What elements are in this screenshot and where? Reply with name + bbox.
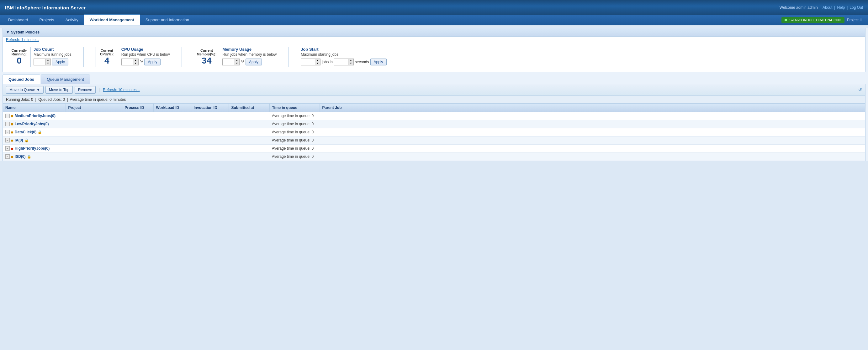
lock-icon: 🔒 — [27, 155, 31, 159]
tab-dashboard[interactable]: Dashboard — [2, 15, 34, 25]
memory-down[interactable]: ▼ — [234, 62, 239, 65]
tab-support[interactable]: Support and Information — [140, 15, 195, 25]
collapse-icon[interactable]: ▼ — [6, 30, 10, 34]
currently-running-box: CurrentlyRunning: 0 — [8, 47, 30, 67]
job-count-arrows: ▲ ▼ — [45, 59, 51, 65]
job-count-up[interactable]: ▲ — [45, 59, 51, 62]
job-start-jobs-spinner: 100 ▲ ▼ — [301, 59, 320, 65]
tabs-area: Queued Jobs Queue Management Move to Que… — [2, 74, 866, 161]
move-to-queue-button[interactable]: Move to Queue ▼ — [6, 86, 43, 94]
job-count-spinner: 50 ▲ ▼ — [34, 59, 51, 65]
row-project — [66, 136, 122, 144]
cpu-apply[interactable]: Apply — [144, 59, 160, 65]
row-type-icon: ■ — [11, 130, 13, 135]
job-start-controls: 100 ▲ ▼ jobs in 10 ▲ ▼ seco — [301, 59, 386, 65]
row-type-icon: ■ — [11, 122, 13, 127]
row-toggle[interactable]: − — [5, 122, 10, 126]
content-area: ▼ System Policies Refresh: 1 minute... C… — [0, 28, 868, 161]
job-count-input[interactable]: 50 — [34, 59, 45, 65]
currently-running-block: CurrentlyRunning: 0 Job Count Maximum ru… — [8, 47, 71, 67]
table-row: − ■ MediumPriorityJobs(0) Average time i… — [3, 112, 865, 120]
memory-apply[interactable]: Apply — [246, 59, 262, 65]
tab-queued-jobs[interactable]: Queued Jobs — [2, 74, 40, 84]
memory-usage-input[interactable]: 95 — [223, 59, 234, 65]
tab-queue-management[interactable]: Queue Management — [41, 74, 90, 84]
row-submitted — [228, 144, 269, 152]
toolbar-refresh-link[interactable]: Refresh: 10 minutes... — [103, 88, 140, 92]
row-extra — [370, 144, 865, 152]
row-toggle[interactable]: − — [5, 146, 10, 150]
row-parent — [319, 128, 370, 136]
current-memory-box: CurrentMemory(%): 34 — [194, 47, 219, 67]
currently-running-value: 0 — [11, 56, 28, 66]
job-name: HighPriorityJobs(0) — [15, 146, 50, 150]
logout-link[interactable]: Log Out — [849, 5, 863, 10]
job-start-seconds-arrows: ▲ ▼ — [348, 59, 353, 65]
row-wlid — [153, 128, 191, 136]
cpu-usage-description: CPU Usage Run jobs when CPU is below 80 … — [121, 47, 170, 65]
row-type-icon: ■ — [11, 138, 13, 143]
toolbar-refresh-icon[interactable]: ↺ — [858, 88, 862, 92]
memory-usage-block: CurrentMemory(%): 34 Memory Usage Run jo… — [194, 47, 277, 67]
current-cpu-value: 4 — [98, 56, 115, 66]
navbar-right: IS-EN-CONDUCTOR-0.EN-COND Project H... — [781, 15, 866, 25]
cpu-usage-spinner: 80 ▲ ▼ — [121, 59, 138, 65]
row-toggle[interactable]: − — [5, 138, 10, 142]
job-start-seconds-input[interactable]: 10 — [334, 59, 348, 65]
system-policies-panel: ▼ System Policies Refresh: 1 minute... C… — [2, 28, 866, 72]
about-link[interactable]: About — [823, 5, 832, 10]
memory-usage-spinner: 95 ▲ ▼ — [222, 59, 240, 65]
lock-icon: 🔒 — [38, 130, 42, 134]
row-extra — [370, 128, 865, 136]
job-start-block: Job Start Maximum starting jobs 100 ▲ ▼ … — [301, 47, 386, 65]
row-pid — [122, 120, 153, 128]
col-header-pid: Process ID — [122, 104, 153, 112]
job-count-down[interactable]: ▼ — [45, 62, 51, 65]
row-name-cell: − ■ HighPriorityJobs(0) — [3, 144, 66, 152]
cpu-up[interactable]: ▲ — [133, 59, 138, 62]
row-timeinq: Average time in queue: 0 — [269, 136, 319, 144]
job-start-jobs-up[interactable]: ▲ — [315, 59, 320, 62]
job-start-desc: Maximum starting jobs — [301, 52, 357, 57]
row-toggle[interactable]: − — [5, 154, 10, 159]
tab-projects[interactable]: Projects — [34, 15, 60, 25]
col-header-timeinq: Time in queue — [269, 104, 319, 112]
cpu-usage-controls: 80 ▲ ▼ % Apply — [121, 59, 170, 65]
col-header-invid: Invocation ID — [191, 104, 228, 112]
row-project — [66, 112, 122, 120]
table-row: − ■ HighPriorityJobs(0) Average time in … — [3, 144, 865, 152]
memory-up[interactable]: ▲ — [234, 59, 239, 62]
col-header-parent: Parent Job — [319, 104, 370, 112]
job-start-jobs-down[interactable]: ▼ — [315, 62, 320, 65]
tab-activity[interactable]: Activity — [60, 15, 84, 25]
current-memory-label: CurrentMemory(%): — [197, 48, 216, 56]
row-pid — [122, 144, 153, 152]
job-start-jobs-input[interactable]: 100 — [301, 59, 315, 65]
navbar: Dashboard Projects Activity Workload Man… — [0, 15, 868, 25]
cpu-usage-input[interactable]: 80 — [122, 59, 133, 65]
row-pid — [122, 112, 153, 120]
row-pid — [122, 152, 153, 161]
help-link[interactable]: Help — [837, 5, 845, 10]
remove-button[interactable]: Remove — [74, 86, 96, 94]
jobs-in-label: jobs in — [322, 60, 333, 64]
row-type-icon: ■ — [11, 146, 13, 151]
row-invid — [191, 136, 228, 144]
row-project — [66, 128, 122, 136]
row-toggle[interactable]: − — [5, 130, 10, 134]
tab-workload-management[interactable]: Workload Management — [84, 14, 140, 25]
refresh-link[interactable]: Refresh: 1 minute... — [3, 36, 42, 43]
row-toggle[interactable]: − — [5, 114, 10, 118]
job-start-jobs-arrows: ▲ ▼ — [315, 59, 320, 65]
current-cpu-label: CurrentCPU(%): — [98, 48, 115, 56]
job-start-apply[interactable]: Apply — [370, 59, 386, 65]
table-row: − ■ ISD(0) 🔒 Average time in queue: 0 — [3, 152, 865, 161]
cpu-down[interactable]: ▼ — [133, 62, 138, 65]
row-extra — [370, 136, 865, 144]
job-start-seconds-down[interactable]: ▼ — [348, 62, 353, 65]
memory-usage-desc: Run jobs when memory is below — [222, 52, 277, 57]
move-to-top-button[interactable]: Move to Top — [45, 86, 73, 94]
job-start-seconds-up[interactable]: ▲ — [348, 59, 353, 62]
job-count-apply[interactable]: Apply — [52, 59, 68, 65]
cpu-usage-block: CurrentCPU(%): 4 CPU Usage Run jobs when… — [96, 47, 170, 67]
